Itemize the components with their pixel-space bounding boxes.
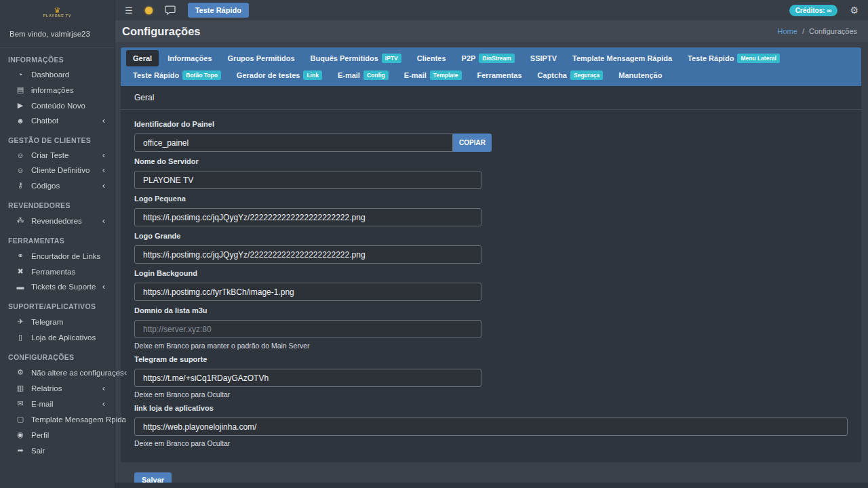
tab-badge: Botão Topo <box>182 70 221 80</box>
field-label: Telegram de suporte <box>134 355 848 363</box>
breadcrumb: Home / Configurações <box>778 27 857 35</box>
tab-label: Clientes <box>417 54 446 62</box>
info-list-icon: ▤ <box>14 85 27 94</box>
tab-ssiptv[interactable]: SSIPTV <box>524 50 564 66</box>
sidebar-item-sair[interactable]: ➦ Sair <box>0 443 115 458</box>
sidebar-item-informacoes[interactable]: ▤ informações <box>0 82 115 98</box>
sidebar-item-label: Conteúdo Novo <box>31 102 85 110</box>
telegram-de-suporte-input[interactable] <box>134 369 481 387</box>
sidebar-item-ferramentas[interactable]: ✖ Ferramentas <box>0 264 115 279</box>
form-field: Logo Grande <box>134 232 848 264</box>
tab-teste-rapido-botao-topo[interactable]: Teste Rápido Botão Topo <box>126 67 228 83</box>
domnio-da-lista-m3u-input[interactable] <box>134 320 481 338</box>
credits-badge: Créditos: ∞ <box>789 5 838 16</box>
sidebar-item-e-mail[interactable]: ✉ E-mail ‹ <box>0 396 115 411</box>
quick-test-button[interactable]: Teste Rápido <box>188 3 249 18</box>
sidebar-item-criar-teste[interactable]: ☺ Criar Teste ‹ <box>0 148 115 163</box>
copy-button[interactable]: COPIAR <box>453 134 492 152</box>
tab-manutencao[interactable]: Manutenção <box>612 67 669 83</box>
tab-p2p-binstream[interactable]: P2P BinStream <box>455 50 521 66</box>
login-backgound-input[interactable] <box>134 283 481 301</box>
sidebar-item-chatbot[interactable]: ☻ Chatbot ‹ <box>0 113 115 128</box>
logo-grande-input[interactable] <box>134 245 481 264</box>
sidebar-section-title: INFORMAÇÕES <box>0 47 115 67</box>
sidebar-item-encurtador-de-links[interactable]: ⚭ Encurtador de Links <box>0 248 115 264</box>
page-title-bar: Configurações Home / Configurações <box>115 20 868 42</box>
dashboard-gauge-icon: ◔ <box>14 70 27 79</box>
form-field: Login Backgound <box>134 269 848 301</box>
identificador-do-painel-input[interactable] <box>134 134 453 152</box>
chat-bubble-icon[interactable] <box>165 5 176 15</box>
sidebar-item-conteudo-novo[interactable]: ▶ Conteúdo Novo <box>0 98 115 113</box>
tab-captcha-seguraca[interactable]: Captcha Seguraça <box>531 67 610 83</box>
breadcrumb-home-link[interactable]: Home <box>778 27 797 35</box>
tab-clientes[interactable]: Clientes <box>410 50 453 66</box>
settings-form: Identificador do Painel COPIAR Nome do S… <box>121 110 861 462</box>
sidebar-item-label: Perfil <box>31 431 49 439</box>
gear-icon[interactable]: ⚙ <box>850 5 859 16</box>
field-label: Identificador do Painel <box>134 120 848 128</box>
field-label: Domnio da lista m3u <box>134 306 848 314</box>
sidebar-item-dashboard[interactable]: ◔ Dashboard <box>0 67 115 82</box>
tab-badge: Seguraça <box>570 70 603 80</box>
settings-tab-bar: Geral Informações Grupos Permitidos Buqu… <box>121 47 861 86</box>
tab-badge: Config <box>363 70 389 80</box>
tab-grupos-permitidos[interactable]: Grupos Permitidos <box>221 50 302 66</box>
sign-out-icon: ➦ <box>14 446 27 455</box>
tab-label: Gerador de testes <box>237 71 300 79</box>
hamburger-menu-icon[interactable]: ☰ <box>125 5 133 16</box>
sidebar-item-label: Sair <box>31 447 45 455</box>
form-field: Telegram de suporte Deixe em Branco para… <box>134 355 848 399</box>
chevron-left-icon: ‹ <box>102 385 106 392</box>
key-icon: ⚷ <box>14 181 27 190</box>
tab-label: Geral <box>133 54 152 62</box>
sidebar-item-loja-de-aplicativos[interactable]: ▯ Loja de Aplicativos <box>0 329 115 345</box>
nome-do-servidor-input[interactable] <box>134 171 481 189</box>
tab-buques-permitidos-iptv[interactable]: Buquês Permitidos IPTV <box>304 50 408 66</box>
profile-icon: ◉ <box>14 430 27 439</box>
envelope-icon: ✉ <box>14 399 27 408</box>
telegram-plane-icon: ✈ <box>14 317 27 326</box>
sidebar: ♛ PLAYONE TV Bem vindo, valmirjse23 INFO… <box>0 0 115 488</box>
report-file-icon: ▥ <box>14 384 27 392</box>
sidebar-item-codigos[interactable]: ⚷ Códigos ‹ <box>0 178 115 193</box>
content-area: Geral Informações Grupos Permitidos Buqu… <box>115 42 868 488</box>
sidebar-item-telegram[interactable]: ✈ Telegram <box>0 314 115 329</box>
user-plus-icon: ☺ <box>14 151 27 159</box>
sidebar-item-cliente-definitivo[interactable]: ☺ Cliente Definitivo ‹ <box>0 163 115 178</box>
sidebar-item-label: Telegram <box>31 318 63 326</box>
tab-teste-rapido-menu-lateral[interactable]: Teste Rápido Menu Lateral <box>681 50 787 66</box>
tab-informacoes[interactable]: Informações <box>161 50 218 66</box>
tab-badge: Template <box>430 70 462 80</box>
file-icon: ▢ <box>14 415 27 424</box>
sidebar-item-label: Ferramentas <box>31 268 75 276</box>
tab-label: E-mail <box>338 71 360 79</box>
top-navbar: ☰ Teste Rápido Créditos: ∞ ⚙ <box>115 0 868 20</box>
theme-sun-icon[interactable] <box>145 7 153 14</box>
tab-template-mensagem-rapida[interactable]: Template Mensagem Rápida <box>566 50 679 66</box>
play-icon: ▶ <box>14 101 27 110</box>
tab-label: Manutenção <box>618 71 662 79</box>
tab-e-mail-config[interactable]: E-mail Config <box>331 67 395 83</box>
field-label: Logo Grande <box>134 232 848 240</box>
sidebar-section-title: GESTÃO DE CLIENTES <box>0 128 115 148</box>
sidebar-item-relatrios[interactable]: ▥ Relatrios ‹ <box>0 380 115 396</box>
sidebar-item-template-mensagem-rpida[interactable]: ▢ Template Mensagem Rpida <box>0 411 115 427</box>
settings-card: Geral Informações Grupos Permitidos Buqu… <box>121 47 861 462</box>
link-loja-de-aplicativos-input[interactable] <box>134 418 848 436</box>
logo-pequena-input[interactable] <box>134 208 481 226</box>
tab-e-mail-template[interactable]: E-mail Template <box>397 67 469 83</box>
field-helper-text: Deixe em Branco para Ocultar <box>134 390 848 399</box>
form-field: Identificador do Painel COPIAR <box>134 120 848 152</box>
tab-gerador-de-testes-link[interactable]: Gerador de testes Link <box>230 67 329 83</box>
tab-geral[interactable]: Geral <box>126 50 159 66</box>
sidebar-item-nao-altere-as-configuraces[interactable]: ⚙ Não altere as configuraçes ‹ <box>0 365 115 380</box>
brand-logo[interactable]: ♛ PLAYONE TV <box>0 0 115 22</box>
sidebar-item-tickets-de-suporte[interactable]: ▬ Tickets de Suporte ‹ <box>0 279 115 294</box>
tab-badge: IPTV <box>382 54 401 63</box>
tab-ferramentas[interactable]: Ferramentas <box>471 67 529 83</box>
form-field: Nome do Servidor <box>134 157 848 189</box>
sidebar-item-revendedores[interactable]: ⁂ Revendedores ‹ <box>0 213 115 228</box>
chevron-left-icon: ‹ <box>102 152 106 159</box>
sidebar-item-perfil[interactable]: ◉ Perfil <box>0 427 115 443</box>
